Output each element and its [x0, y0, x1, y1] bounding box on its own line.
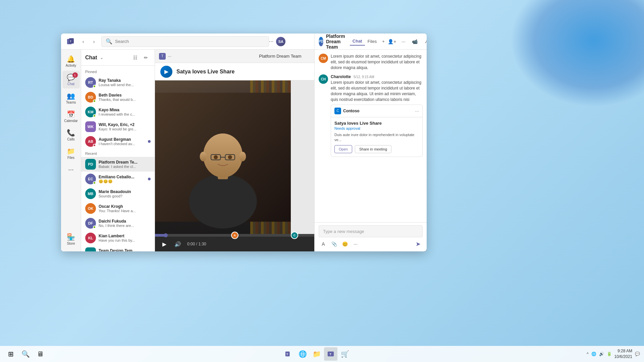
- sidebar-item-label: Activity: [66, 64, 76, 67]
- list-item[interactable]: KL Kian Lambert Have you run this by...: [81, 231, 155, 245]
- store-icon: 🏪: [67, 233, 75, 241]
- more-actions-button[interactable]: ···: [351, 239, 360, 249]
- files-icon: 📁: [67, 147, 75, 155]
- search-input[interactable]: [115, 39, 265, 44]
- video-channel-icon: ▶: [160, 66, 172, 78]
- chat-info: Marie Beaudouin Sounds good?: [99, 189, 151, 198]
- compose-button[interactable]: ✏: [141, 53, 151, 62]
- share-in-meeting-button[interactable]: Share in meeting: [355, 145, 391, 153]
- card-body: Satya loves Live Share Needs approval Du…: [331, 117, 422, 157]
- open-button[interactable]: Open: [334, 145, 352, 153]
- avatar: MB: [85, 188, 96, 199]
- more-options-icon[interactable]: ···: [269, 39, 273, 45]
- volume-button[interactable]: 🔊: [172, 239, 183, 249]
- current-time: 0:00 / 1:30: [187, 242, 206, 246]
- message-content: Charolotte 5/12, 9:15 AM Lorem ipsum dol…: [331, 74, 423, 157]
- chat-info: Daichi Fukuda No, I think there are...: [99, 219, 151, 228]
- task-view-button[interactable]: 🖥: [34, 347, 47, 361]
- pinned-label: Pinned: [81, 67, 155, 75]
- table-row: CH Charolotte 5/12, 9:15 AM Lorem ipsum …: [319, 74, 423, 157]
- sidebar-icons: 🔔 Activity 1 💬 Chat 👥 Teams 📅 Calendar 📞…: [61, 50, 81, 251]
- chat-info: Team Design Tem... Reta: Let's set up a.…: [99, 248, 151, 251]
- card-description: Duis aute irure dolor in reprehenderit i…: [334, 132, 419, 143]
- user-avatar[interactable]: SA: [276, 37, 285, 46]
- chat-preview: Kayo: It would be gre...: [99, 127, 151, 131]
- contact-name: Emiliano Ceballo...: [99, 175, 147, 179]
- search-taskbar-button[interactable]: 🔍: [19, 347, 32, 361]
- sidebar-item-more[interactable]: ···: [62, 163, 80, 176]
- list-item[interactable]: EC Emiliano Ceballo... 😊😊😊: [81, 172, 155, 186]
- send-button[interactable]: ➤: [413, 239, 423, 249]
- avatar: TD: [85, 247, 96, 251]
- taskbar-teams-app-icon[interactable]: T: [324, 347, 337, 361]
- chat-preview: Have you run this by...: [99, 238, 151, 242]
- taskbar-store-icon[interactable]: 🛒: [338, 347, 352, 361]
- chat-info: Will, Kayo, Eric, +2 Kayo: It would be g…: [99, 122, 151, 131]
- play-button[interactable]: ▶: [159, 239, 170, 249]
- avatar: DF: [85, 218, 96, 229]
- chat-badge: 1: [72, 72, 78, 78]
- window-header-dots[interactable]: ···: [168, 54, 171, 59]
- network-icon: 🌐: [591, 352, 596, 356]
- sidebar-item-chat[interactable]: 1 💬 Chat: [62, 71, 80, 88]
- chat-info: Kayo Miwa I reviewed with the c...: [99, 108, 151, 116]
- sidebar-item-calendar[interactable]: 📅 Calendar: [62, 108, 80, 125]
- attach-button[interactable]: 📎: [329, 239, 339, 249]
- contact-name: Will, Kayo, Eric, +2: [99, 122, 151, 127]
- volume-icon[interactable]: 🔊: [599, 352, 604, 356]
- recent-label: Recent: [81, 149, 155, 157]
- presenter-figure: [155, 80, 291, 234]
- satya-video-feed: [155, 80, 291, 234]
- message-text: Lorem ipsum dolor sit amet, consectetur …: [331, 80, 423, 102]
- activity-icon: 🔔: [67, 55, 75, 63]
- chat-preview: You: Thanks! Have a...: [99, 209, 151, 213]
- forward-button[interactable]: ›: [89, 37, 99, 46]
- progress-handle[interactable]: [164, 233, 168, 237]
- chat-panel: Chat ⌄ ☷ ✏ Pinned RT Ray Tanaka Louisa w…: [81, 50, 155, 251]
- list-item[interactable]: DF Daichi Fukuda No, I think there are..…: [81, 216, 155, 231]
- floating-chat-panel: PD Platform Dream Team Chat Files + 👤+ ·…: [314, 50, 427, 251]
- list-item[interactable]: PD Platform Dream Te... Babak: I asked t…: [81, 157, 155, 172]
- taskbar-teams-icon[interactable]: T: [282, 347, 295, 361]
- svg-point-13: [239, 152, 246, 161]
- search-bar[interactable]: 🔍: [101, 36, 269, 47]
- list-item[interactable]: KM Kayo Miwa I reviewed with the c...: [81, 105, 155, 119]
- message-input[interactable]: Type a new message: [319, 225, 423, 237]
- avatar: BD: [85, 92, 96, 103]
- video-title: Satya loves Live Share: [176, 69, 234, 75]
- taskbar-explorer-icon[interactable]: 📁: [310, 347, 323, 361]
- unread-badge: [148, 178, 151, 180]
- sidebar-item-files[interactable]: 📁 Files: [62, 144, 80, 162]
- avatar: AB: [85, 136, 96, 147]
- back-button[interactable]: ‹: [78, 37, 88, 46]
- sidebar-item-store[interactable]: 🏪 Store: [62, 230, 80, 248]
- start-button[interactable]: ⊞: [4, 347, 17, 361]
- emoji-button[interactable]: 😊: [340, 239, 350, 249]
- filter-button[interactable]: ☷: [130, 53, 140, 62]
- chat-info: Kian Lambert Have you run this by...: [99, 234, 151, 242]
- list-item[interactable]: WK Will, Kayo, Eric, +2 Kayo: It would b…: [81, 119, 155, 134]
- chat-panel-title: Chat: [85, 55, 97, 61]
- sidebar-item-teams[interactable]: 👥 Teams: [62, 89, 80, 107]
- sidebar-item-label: Chat: [67, 82, 74, 86]
- list-item[interactable]: TD Team Design Tem... Reta: Let's set up…: [81, 245, 155, 251]
- notification-button[interactable]: 💬: [635, 352, 640, 356]
- list-item[interactable]: OK Oscar Krogh You: Thanks! Have a...: [81, 201, 155, 216]
- avatar: WK: [85, 121, 96, 132]
- contact-name: Team Design Tem...: [99, 248, 151, 251]
- card-more-icon[interactable]: ···: [415, 108, 419, 114]
- content-area: 🔔 Activity 1 💬 Chat 👥 Teams 📅 Calendar 📞…: [61, 50, 427, 251]
- list-item[interactable]: MB Marie Beaudouin Sounds good?: [81, 186, 155, 201]
- list-item[interactable]: BD Beth Davies Thanks, that would b...: [81, 90, 155, 105]
- sidebar-item-label: Store: [67, 242, 75, 245]
- contact-name: Ray Tanaka: [99, 78, 151, 83]
- taskbar-edge-icon[interactable]: 🌐: [296, 347, 309, 361]
- list-item[interactable]: AB August Bergman I haven't checked av..…: [81, 134, 155, 149]
- chat-dropdown-icon[interactable]: ⌄: [100, 55, 103, 60]
- format-button[interactable]: A: [319, 239, 328, 249]
- sidebar-item-activity[interactable]: 🔔 Activity: [62, 52, 80, 70]
- list-item[interactable]: RT Ray Tanaka Louisa will send the...: [81, 75, 155, 90]
- card-subtitle: Needs approval: [334, 126, 419, 130]
- sidebar-item-calls[interactable]: 📞 Calls: [62, 126, 80, 144]
- system-tray-expand[interactable]: ^: [587, 352, 589, 356]
